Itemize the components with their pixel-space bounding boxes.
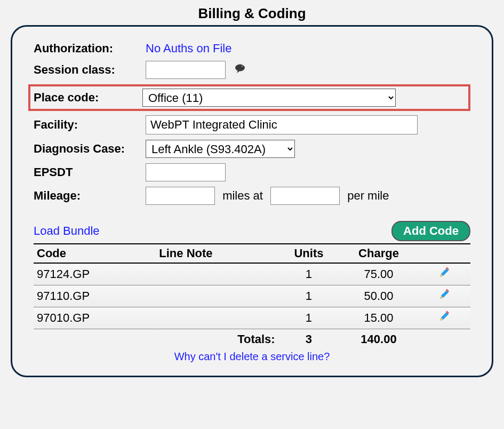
col-action-header: [418, 244, 470, 263]
totals-label: Totals:: [156, 329, 278, 350]
per-mile-text: per mile: [347, 189, 389, 202]
codes-table: Code Line Note Units Charge 97124.GP 1 7…: [34, 243, 470, 349]
totals-row: Totals: 3 140.00: [34, 329, 470, 350]
col-code-header: Code: [34, 244, 156, 263]
edit-row-button[interactable]: [438, 311, 450, 324]
billing-panel: Authorization: No Auths on File Session …: [11, 25, 493, 377]
epsdt-row: EPSDT: [34, 163, 470, 181]
place-code-row: Place code: Office (11): [28, 84, 470, 111]
place-code-label: Place code:: [34, 91, 142, 105]
epsdt-label: EPSDT: [34, 165, 146, 179]
diagnosis-select[interactable]: Left Ankle (S93.402A): [146, 140, 295, 158]
facility-row: Facility:: [34, 115, 470, 134]
add-code-button[interactable]: Add Code: [391, 221, 470, 241]
cell-code: 97124.GP: [34, 263, 156, 285]
authorization-row: Authorization: No Auths on File: [34, 42, 470, 55]
epsdt-input[interactable]: [146, 163, 226, 181]
cell-note: [156, 307, 278, 329]
table-row: 97124.GP 1 75.00: [34, 263, 470, 285]
delete-help-link[interactable]: Why can't I delete a service line?: [174, 351, 330, 362]
cell-note: [156, 285, 278, 307]
totals-units: 3: [278, 329, 340, 350]
cell-units: 1: [278, 307, 340, 329]
facility-input[interactable]: [146, 115, 418, 134]
cell-charge: 75.00: [339, 263, 418, 285]
cell-charge: 15.00: [339, 307, 418, 329]
actions-row: Load Bundle Add Code: [34, 221, 470, 241]
authorization-link[interactable]: No Auths on File: [146, 42, 231, 55]
col-note-header: Line Note: [156, 244, 278, 263]
table-row: 97110.GP 1 50.00: [34, 285, 470, 307]
load-bundle-link[interactable]: Load Bundle: [34, 224, 100, 238]
rate-input[interactable]: [270, 187, 340, 205]
cell-units: 1: [278, 263, 340, 285]
cell-units: 1: [278, 285, 340, 307]
session-class-label: Session class:: [34, 63, 146, 77]
col-charge-header: Charge: [339, 244, 418, 263]
cell-code: 97010.GP: [34, 307, 156, 329]
place-code-select[interactable]: Office (11): [142, 89, 396, 107]
page-title: Billing & Coding: [11, 5, 493, 22]
pencil-icon: [438, 311, 450, 322]
totals-charge: 140.00: [339, 329, 418, 350]
svg-point-1: [242, 66, 243, 67]
col-units-header: Units: [278, 244, 340, 263]
table-row: 97010.GP 1 15.00: [34, 307, 470, 329]
cell-charge: 50.00: [339, 285, 418, 307]
cell-note: [156, 263, 278, 285]
facility-label: Facility:: [34, 118, 146, 132]
session-class-input[interactable]: [146, 61, 226, 79]
authorization-label: Authorization:: [34, 42, 146, 55]
speech-bubble-icon[interactable]: [234, 63, 246, 75]
svg-point-0: [235, 64, 245, 71]
diagnosis-row: Diagnosis Case: Left Ankle (S93.402A): [34, 140, 470, 158]
cell-code: 97110.GP: [34, 285, 156, 307]
session-class-row: Session class:: [34, 61, 470, 79]
pencil-icon: [438, 289, 450, 300]
edit-row-button[interactable]: [438, 289, 450, 302]
miles-at-text: miles at: [222, 189, 263, 202]
mileage-row: Mileage: miles at per mile: [34, 187, 470, 205]
mileage-label: Mileage:: [34, 189, 146, 203]
edit-row-button[interactable]: [438, 267, 450, 280]
pencil-icon: [438, 267, 450, 279]
diagnosis-label: Diagnosis Case:: [34, 142, 146, 156]
miles-input[interactable]: [146, 187, 215, 205]
